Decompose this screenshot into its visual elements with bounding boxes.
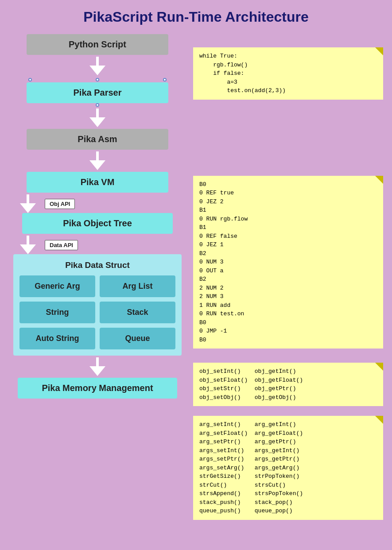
dots-row-parser-bottom: [27, 103, 168, 107]
page-title: PikaScript Run-Time Architecture: [9, 9, 383, 25]
obj-api-code-note: obj_setInt() obj_getInt() obj_setFloat()…: [193, 363, 383, 406]
arrow-head-5: [20, 244, 36, 254]
arrow-shaft-4: [27, 194, 29, 203]
string-box: String: [19, 302, 95, 323]
arrow-shaft-3: [96, 151, 99, 160]
data-struct-grid: Generic Arg Arg List String Stack Auto S…: [19, 275, 175, 349]
auto-string-box: Auto String: [19, 328, 95, 349]
python-code-note: while True: rgb.flow() if false: a=3 tes…: [193, 47, 383, 100]
arrow-shaft-2: [96, 108, 99, 117]
main-layout: Python Script Pika Parser Pika Asm: [9, 34, 383, 520]
dot-left: [28, 78, 32, 81]
right-column: while True: rgb.flow() if false: a=3 tes…: [193, 34, 383, 520]
arrow-vm-to-obj: [20, 194, 36, 213]
arrow-head-3: [89, 160, 105, 170]
python-script-box: Python Script: [27, 34, 168, 55]
arrow-parser-to-asm: [89, 108, 105, 127]
pika-asm-code-note: B0 0 REF true 0 JEZ 2 B1 0 RUN rgb.flow …: [193, 176, 383, 349]
arrow-head: [89, 66, 105, 75]
generic-arg-box: Generic Arg: [19, 275, 95, 297]
arrow-python-to-parser: [89, 57, 105, 75]
pika-asm-box: Pika Asm: [27, 129, 168, 150]
data-api-label: Data API: [45, 240, 78, 250]
arrow-shaft: [96, 57, 99, 66]
arrow-obj-to-data-row: Data API: [20, 236, 188, 254]
dot-center: [96, 78, 99, 81]
arrow-obj-to-data: [20, 236, 36, 254]
obj-api-label: Obj API: [45, 199, 75, 209]
queue-box: Queue: [100, 328, 175, 349]
dots-row-parser: [27, 77, 168, 82]
pika-parser-box: Pika Parser: [27, 82, 168, 103]
arrow-shaft-6: [96, 357, 99, 366]
dot-bottom-center: [96, 103, 99, 107]
arrow-shaft-5: [27, 236, 29, 244]
pika-vm-box: Pika VM: [27, 172, 168, 193]
data-api-code-note: arg_setInt() arg_getInt() arg_setFloat()…: [193, 416, 383, 520]
stack-box: Stack: [100, 302, 175, 323]
arg-list-box: Arg List: [100, 275, 175, 297]
arrow-head-4: [20, 203, 36, 213]
pika-memory-box: Pika Memory Management: [18, 378, 177, 399]
pika-data-struct-title: Pika Data Struct: [19, 260, 175, 270]
arrow-asm-to-vm: [89, 151, 105, 170]
pika-object-tree-box: Pika Object Tree: [22, 213, 173, 234]
arrow-head-6: [89, 366, 105, 376]
arrow-vm-to-obj-row: Obj API: [20, 194, 188, 213]
dot-right: [163, 78, 167, 81]
left-column: Python Script Pika Parser Pika Asm: [9, 34, 186, 399]
arrow-data-to-memory: [89, 357, 105, 376]
pika-data-struct-container: Pika Data Struct Generic Arg Arg List St…: [13, 254, 182, 356]
arrow-head-2: [89, 117, 105, 127]
